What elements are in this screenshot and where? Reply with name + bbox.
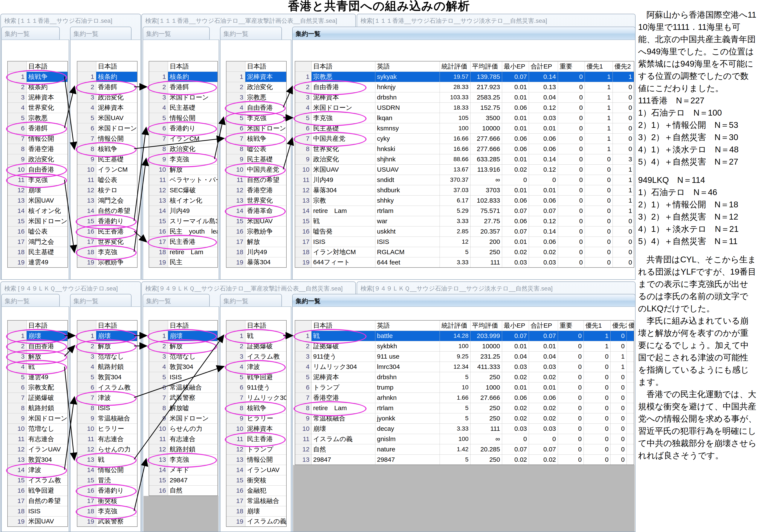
column-header[interactable]: 優先 (627, 320, 634, 331)
list-row[interactable]: 6米国ドローン (226, 123, 287, 133)
column-header[interactable]: 優先1 (584, 320, 610, 331)
list-row[interactable]: 5戦争回避 (226, 372, 287, 382)
list-row[interactable]: 8核戦争 (77, 144, 137, 154)
column-header[interactable]: 平均評価 (470, 320, 502, 331)
list-row[interactable]: 16民主香港 (77, 226, 137, 236)
list-row[interactable]: 18李克強 (77, 247, 137, 257)
list-row[interactable]: 19暴落304 (226, 257, 287, 267)
list-row[interactable]: 13宗教shhky6.17102.8330.060.06001 (295, 195, 634, 206)
list-row[interactable]: 9民主基礎 (77, 154, 137, 164)
list-row[interactable]: 19米国UAV (8, 516, 68, 527)
list-row[interactable]: 8政治変化 (149, 144, 218, 154)
list-row[interactable]: 10ヒラリー (77, 423, 137, 434)
tab-aggregate-list[interactable]: 集約一覧 (220, 27, 282, 40)
list-row[interactable]: 1戦 (226, 331, 287, 341)
list-row[interactable]: 8航路封鎖 (8, 403, 68, 413)
tab-aggregate-list[interactable]: 集約一覧 (143, 294, 210, 307)
list-row[interactable]: 12香港空港 (226, 185, 287, 195)
list-row[interactable]: 14香港革命 (226, 206, 287, 216)
list-row[interactable]: 18retire Lam (149, 247, 218, 257)
list-row[interactable]: 9民主基礎 (226, 154, 287, 164)
list-row[interactable]: 5李克強 (226, 113, 287, 123)
tab-aggregate-list[interactable]: 集約一覧 (292, 27, 636, 40)
list-row[interactable]: 16自然 (149, 485, 218, 496)
list-row[interactable]: 8嘘公表 (226, 144, 287, 154)
column-header[interactable]: 優先2 (610, 320, 627, 331)
column-header[interactable]: 統計評価 (440, 61, 470, 72)
list-row[interactable]: 17ISISISIS122000.010.06000 (295, 236, 634, 247)
list-row[interactable]: 15戦war3.3327.750.060.12000 (295, 216, 634, 226)
list-row[interactable]: 6911使う (226, 382, 287, 393)
list-row[interactable]: 11有志連合 (149, 434, 218, 444)
list-row[interactable]: 16民主 youth leagu (149, 226, 218, 236)
list-row[interactable]: 1核条約 (149, 72, 218, 82)
list-row[interactable]: 9米国ドローン (149, 413, 218, 423)
list-row[interactable]: 2解放 (77, 341, 137, 351)
list-row[interactable]: 13核イオン化 (149, 195, 218, 206)
list-row[interactable]: 12トランプ (226, 444, 287, 454)
tab-aggregate-list[interactable]: 集約一覧 (1, 294, 60, 307)
list-row[interactable]: 14核イオン化 (8, 206, 68, 216)
list-row[interactable]: 4戦 (8, 362, 68, 372)
column-header[interactable]: 統計評価 (440, 320, 470, 331)
list-row[interactable]: 8香港空港 (8, 144, 68, 154)
list-row[interactable]: 17鴻門之会 (8, 236, 68, 247)
list-row[interactable]: 13鴻門之会 (77, 195, 137, 206)
list-row[interactable]: 3米国ドローン (149, 92, 218, 102)
list-row[interactable]: 7武装警察 (149, 393, 218, 403)
list-row[interactable]: 9ヒラリー (226, 413, 287, 423)
column-header[interactable]: 日本語 (168, 61, 218, 72)
column-header[interactable]: 日本語 (26, 61, 68, 72)
list-row[interactable]: 18ISIS (8, 506, 68, 516)
list-row[interactable]: 14メギド (149, 465, 218, 475)
list-row[interactable]: 16戦争回避 (8, 485, 68, 496)
list-row[interactable]: 1崩壊 (77, 331, 137, 341)
column-header[interactable]: 英語 (375, 320, 440, 331)
list-row[interactable]: 10米国UAVUSUAV13.67113.9160.020.12001 (295, 164, 634, 175)
list-row[interactable]: 12崩壊 (8, 185, 68, 195)
list-row[interactable]: 13戦 (77, 454, 137, 465)
list-row[interactable]: 15冒涜 (77, 475, 137, 485)
list-row[interactable]: 15米国UAV (226, 216, 287, 226)
list-row[interactable]: 19宗教紛争 (77, 257, 137, 267)
list-row[interactable]: 2香港餌 (77, 82, 137, 92)
list-row[interactable]: 2自由香港hnknjy28.33217.9230.010.13010 (295, 82, 634, 92)
list-row[interactable]: 18民主基礎 (8, 247, 68, 257)
list-row[interactable]: 19644フィート644 feet3.331110.030.03000 (295, 257, 634, 267)
list-row[interactable]: 2解放 (149, 341, 218, 351)
list-row[interactable]: 13李克強 (149, 454, 218, 465)
list-row[interactable]: 7情報公開 (77, 133, 137, 144)
list-row[interactable]: 3政治変化 (77, 92, 137, 102)
column-header[interactable]: 日本語 (311, 320, 375, 331)
list-row[interactable]: 14津波 (8, 465, 68, 475)
list-row[interactable]: 14川内49 (149, 206, 218, 216)
list-row[interactable]: 1泥棒資本 (226, 72, 287, 82)
list-row[interactable]: 3解放 (8, 351, 68, 362)
list-row[interactable]: 17常温核融合 (226, 496, 287, 506)
list-row[interactable]: 7中国共産党cyky16.66277.6660.060.06010 (295, 133, 634, 144)
list-row[interactable]: 15米国ドローン (8, 216, 68, 226)
list-row[interactable]: 7イランCM (149, 133, 218, 144)
list-row[interactable]: 1宗教悪sykyak19.57139.7850.070.14011 (295, 72, 634, 82)
list-row[interactable]: 2核条約 (8, 82, 68, 92)
list-row[interactable]: 11ベラヤット・パーク (149, 175, 218, 185)
list-row[interactable]: 11川内49sndidt370.37∞00001 (295, 175, 634, 185)
column-header[interactable]: 最小EP (502, 61, 529, 72)
list-row[interactable]: 13世界変化 (226, 195, 287, 206)
list-row[interactable]: 13米国UAV (8, 195, 68, 206)
list-row[interactable]: 19イスラムの義 (226, 516, 287, 527)
list-row[interactable]: 11嘘公表 (77, 175, 137, 185)
list-row[interactable]: 2証拠爆破sykbkh100100000.010.01010 (295, 341, 634, 351)
list-row[interactable]: 6常温核融合 (149, 382, 218, 393)
list-row[interactable]: 6宗教支配 (8, 382, 68, 393)
list-row[interactable]: 18李克強 (77, 506, 137, 516)
list-row[interactable]: 17自然の希望 (8, 496, 68, 506)
column-header[interactable]: 合計EP (529, 61, 558, 72)
list-row[interactable]: 18崩壊 (226, 506, 287, 516)
column-header[interactable]: 優先2 (612, 61, 634, 72)
list-row[interactable]: 7津波 (77, 393, 137, 403)
list-row[interactable]: 5連雲49 (8, 372, 68, 382)
list-row[interactable]: 11有志連合 (8, 434, 68, 444)
list-row[interactable]: 5情報公開 (149, 113, 218, 123)
list-row[interactable]: 10らせんの力 (149, 423, 218, 434)
